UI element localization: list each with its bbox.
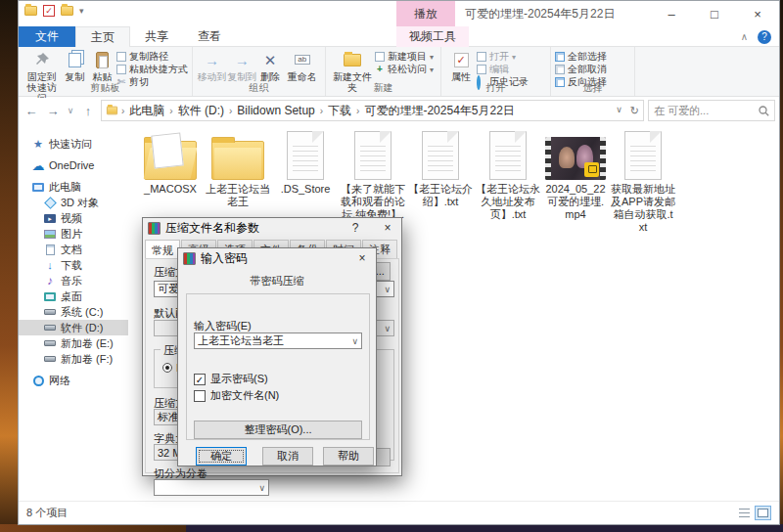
file-item-video[interactable]: 2024_05_22可爱的埋埋.mp4 (543, 128, 608, 236)
picture-icon (44, 228, 56, 240)
copy-icon (65, 50, 84, 69)
copy-path-button[interactable]: 复制路径 (116, 51, 188, 63)
show-password-checkbox[interactable]: ✓ 显示密码(S) (194, 372, 268, 386)
up-button[interactable]: ↑ (79, 104, 97, 118)
tab-home[interactable]: 主页 (75, 26, 130, 47)
sidebar-item-downloads[interactable]: ↓下载 (19, 257, 128, 273)
recent-locations-dropdown-icon[interactable]: ∨ (66, 106, 75, 115)
qat-folder-icon[interactable] (24, 6, 37, 16)
rar-dialog-help-button[interactable]: ? (342, 218, 369, 238)
split-volumes-input[interactable] (154, 479, 269, 496)
organize-passwords-button[interactable]: 整理密码(O)... (194, 421, 362, 439)
breadcrumb-this-pc[interactable]: 此电脑 (127, 103, 166, 119)
details-view-icon[interactable] (736, 506, 753, 520)
cloud-icon: ☁ (32, 159, 44, 171)
sidebar-item-3d-objects[interactable]: 3D 对象 (19, 195, 128, 210)
address-dropdown-icon[interactable]: ∨ (616, 105, 622, 117)
copy-path-icon (116, 52, 126, 62)
file-name: _MACOSX (144, 183, 197, 196)
sidebar-item-drive-d[interactable]: 软件 (D:) (19, 320, 128, 335)
copy-button[interactable]: 复制 (61, 49, 87, 82)
password-dialog-close-button[interactable]: × (348, 248, 376, 268)
close-button[interactable]: × (736, 1, 779, 26)
easy-access-icon: + (375, 65, 385, 74)
large-icons-view-icon[interactable] (755, 506, 771, 520)
maximize-button[interactable]: □ (693, 1, 736, 26)
qat-customize-dropdown-icon[interactable]: ▾ (79, 6, 84, 16)
file-item-txt-3[interactable]: 【老王论坛永久地址发布页】.txt (476, 128, 540, 236)
search-input[interactable]: 在 可爱的... (648, 100, 775, 121)
file-name: .DS_Store (281, 183, 331, 196)
new-small-buttons: 新建项目 ▾ + 轻松访问 ▾ (375, 49, 434, 75)
document-icon (44, 244, 56, 255)
sidebar-item-drive-f[interactable]: 新加卷 (F:) (19, 351, 128, 367)
window-title: 可爱的埋埋-20254年5月22日 (465, 1, 615, 26)
sidebar-item-this-pc[interactable]: 此电脑 (19, 179, 128, 195)
rar-dialog-titlebar[interactable]: 压缩文件名和参数 ? × (143, 218, 401, 238)
copy-to-button[interactable]: → 复制到 (227, 49, 257, 82)
rename-button[interactable]: ab 重命名 (284, 49, 321, 82)
delete-button[interactable]: ✕ 删除 (257, 49, 284, 82)
paste-shortcut-button[interactable]: 粘贴快捷方式 (116, 64, 188, 75)
sidebar-item-pictures[interactable]: 图片 (19, 226, 128, 242)
breadcrumb-drive-d[interactable]: 软件 (D:) (176, 103, 226, 119)
sidebar-item-music[interactable]: ♪音乐 (19, 273, 128, 288)
group-label-open: 打开 (441, 81, 550, 95)
new-item-button[interactable]: 新建项目 ▾ (375, 51, 434, 63)
document-icon (422, 131, 459, 180)
select-none-button[interactable]: 全部取消 (555, 64, 607, 75)
document-icon (489, 131, 527, 180)
breadcrumb-downloads[interactable]: 下载 (326, 103, 353, 119)
open-button[interactable]: 打开 ▾ (477, 51, 529, 63)
encrypt-filenames-checkbox[interactable]: 加密文件名(N) (194, 388, 279, 403)
rar-dialog-close-button[interactable]: × (374, 218, 401, 238)
back-button[interactable]: ← (23, 104, 40, 118)
password-ok-button[interactable]: 确定 (196, 447, 247, 466)
tab-file[interactable]: 文件 (19, 26, 75, 47)
edit-button[interactable]: 编辑 (477, 64, 529, 75)
password-dialog-titlebar[interactable]: 输入密码 × (178, 248, 376, 268)
breadcrumb-bilidown-setup[interactable]: Bilidown Setup (235, 104, 316, 117)
easy-access-button[interactable]: + 轻松访问 ▾ (375, 64, 434, 75)
qat-new-folder-icon[interactable] (61, 6, 73, 16)
sidebar-item-network[interactable]: 网络 (19, 373, 128, 388)
breadcrumb-current-folder[interactable]: 可爱的埋埋-20254年5月22日 (362, 103, 516, 119)
file-item-txt-4[interactable]: 获取最新地址及APP请发邮箱自动获取.txt (611, 128, 675, 236)
paste-button[interactable]: 粘贴 (88, 49, 116, 82)
radio-icon (162, 363, 172, 373)
window-controls: – □ × (650, 1, 779, 26)
search-text: 在 可爱的... (654, 104, 755, 118)
sidebar-item-quick-access[interactable]: ★快速访问 (19, 136, 128, 152)
move-to-button[interactable]: → 移动到 (197, 49, 227, 82)
qat-properties-icon[interactable]: ✓ (43, 5, 55, 17)
forward-button[interactable]: → (44, 104, 62, 118)
password-input[interactable]: 上老王论坛当老王 (194, 332, 362, 349)
rar-tab-general[interactable]: 常规 (145, 240, 180, 260)
sidebar-item-videos[interactable]: ▸视频 (19, 210, 128, 226)
minimize-button[interactable]: – (650, 1, 693, 26)
select-all-button[interactable]: 全部选择 (555, 51, 607, 63)
breadcrumb[interactable]: › 此电脑 › 软件 (D:) › Bilidown Setup › 下载 › … (101, 100, 644, 121)
breadcrumb-separator: › (356, 106, 359, 116)
sidebar-item-documents[interactable]: 文档 (19, 242, 128, 257)
desktop: { "icons": { "dropdown": "▾", "back": "←… (0, 0, 783, 532)
collapse-ribbon-icon[interactable]: ∧ (741, 31, 748, 42)
refresh-icon[interactable]: ↻ (630, 105, 639, 117)
sidebar-item-drive-c[interactable]: 系统 (C:) (19, 304, 128, 320)
password-dialog-title: 输入密码 (201, 250, 344, 267)
sidebar-item-desktop[interactable]: 桌面 (19, 288, 128, 304)
properties-button[interactable]: ✓ 属性 (445, 49, 477, 82)
password-help-button[interactable]: 帮助 (323, 447, 374, 466)
tab-view[interactable]: 查看 (183, 26, 236, 47)
sidebar-item-drive-e[interactable]: 新加卷 (E:) (19, 335, 128, 351)
password-cancel-button[interactable]: 取消 (262, 447, 313, 466)
copy-to-icon: → (232, 50, 252, 69)
tab-share[interactable]: 共享 (130, 26, 183, 47)
sidebar-item-onedrive[interactable]: ☁OneDrive (19, 157, 128, 173)
ribbon-group-new: 新建文件夹 新建项目 ▾ + 轻松访问 ▾ 新建 (326, 47, 441, 96)
help-icon[interactable]: ? (758, 30, 771, 44)
pin-to-quick-access-button[interactable]: 固定到快速访问 (23, 49, 61, 104)
file-item-txt-2[interactable]: 【老王论坛介绍】.txt (408, 128, 473, 236)
select-all-icon (555, 52, 565, 62)
tab-video-tools[interactable]: 视频工具 (396, 26, 469, 47)
